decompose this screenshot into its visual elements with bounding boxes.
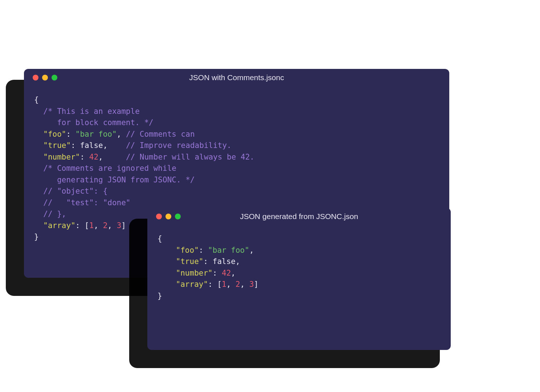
code-token: /* This is an example <box>43 107 140 116</box>
code-token: 42 <box>222 269 231 277</box>
code-token: "number" <box>176 269 213 277</box>
editor-window-json: JSON generated from JSONC.json { "foo": … <box>147 208 451 350</box>
code-token: // "test": "done" <box>43 198 130 207</box>
titlebar: JSON with Comments.jsonc <box>24 69 449 86</box>
minimize-icon[interactable] <box>165 214 171 219</box>
code-token: false <box>213 257 236 266</box>
window-title: JSON generated from JSONC.json <box>147 212 451 221</box>
traffic-lights <box>33 75 57 81</box>
code-token <box>34 210 43 218</box>
code-line: generating JSON from JSONC. */ <box>34 174 439 186</box>
window-title: JSON with Comments.jsonc <box>24 73 449 82</box>
code-token: "foo" <box>43 130 66 139</box>
code-token: , <box>117 130 126 139</box>
code-token: 3 <box>117 221 122 230</box>
code-token: , <box>103 141 126 150</box>
code-token: , <box>94 221 103 230</box>
code-token: // Number will always be 42. <box>126 153 254 161</box>
code-token: ] <box>254 280 259 289</box>
code-token: : <box>199 246 208 255</box>
code-token: , <box>231 269 236 277</box>
code-token: } <box>158 292 162 300</box>
code-token: 1 <box>222 280 226 289</box>
code-line: { <box>34 94 439 106</box>
code-token: , <box>236 257 240 266</box>
code-token: "number" <box>43 153 80 161</box>
code-token <box>34 176 57 184</box>
code-token: /* Comments are ignored while <box>43 164 176 173</box>
code-token: // Comments can <box>126 130 195 139</box>
code-line: /* Comments are ignored while <box>34 163 439 174</box>
code-token: : <box>66 130 75 139</box>
code-token: : <box>213 269 222 277</box>
code-token: : <box>203 257 212 266</box>
code-token <box>158 280 176 289</box>
code-token: : <box>71 141 80 150</box>
code-token: , <box>98 153 126 161</box>
code-token <box>34 221 43 230</box>
code-line: "number": 42, <box>158 268 441 279</box>
code-token: // "object": { <box>43 187 107 195</box>
code-token: { <box>34 95 39 104</box>
code-line: // "test": "done" <box>34 197 439 209</box>
code-token: , <box>226 280 236 289</box>
code-token <box>158 257 176 266</box>
code-line: /* This is an example <box>34 106 439 117</box>
code-token: "array" <box>176 280 208 289</box>
code-token: for block comment. */ <box>57 118 154 127</box>
code-token: { <box>158 234 162 243</box>
code-token: "foo" <box>176 246 199 255</box>
code-token: ] <box>121 221 126 230</box>
zoom-icon[interactable] <box>52 75 57 81</box>
code-token <box>158 246 176 255</box>
code-token: "true" <box>176 257 204 266</box>
titlebar: JSON generated from JSONC.json <box>147 208 451 225</box>
code-token: , <box>249 246 254 255</box>
code-token: 42 <box>89 153 98 161</box>
code-token: 3 <box>249 280 254 289</box>
code-line: for block comment. */ <box>34 117 439 129</box>
close-icon[interactable] <box>156 214 162 219</box>
code-token <box>34 118 57 127</box>
code-token <box>34 141 43 150</box>
code-token <box>34 130 43 139</box>
code-token <box>34 198 43 207</box>
code-line: "foo": "bar foo", // Comments can <box>34 129 439 140</box>
code-token: "bar foo" <box>208 246 249 255</box>
code-line: } <box>158 290 441 302</box>
code-token: , <box>107 221 116 230</box>
code-line: { <box>158 233 441 245</box>
code-line: "true": false, <box>158 256 441 268</box>
code-token: false <box>80 141 103 150</box>
code-token: generating JSON from JSONC. */ <box>57 176 195 184</box>
code-token <box>34 187 43 195</box>
code-token <box>34 107 43 116</box>
code-line: // "object": { <box>34 186 439 197</box>
code-token: : [ <box>208 280 222 289</box>
code-token <box>34 153 43 161</box>
code-line: "foo": "bar foo", <box>158 245 441 256</box>
code-token <box>158 269 176 277</box>
code-block: { "foo": "bar foo", "true": false, "numb… <box>147 225 451 312</box>
code-token: , <box>240 280 249 289</box>
code-token: "true" <box>43 141 71 150</box>
code-line: "array": [1, 2, 3] <box>158 279 441 290</box>
code-token: "bar foo" <box>75 130 117 139</box>
code-token: "array" <box>43 221 75 230</box>
code-token: : <box>80 153 89 161</box>
code-line: "true": false, // Improve readability. <box>34 140 439 152</box>
code-line: "number": 42, // Number will always be 4… <box>34 152 439 163</box>
code-token: 2 <box>236 280 240 289</box>
code-token: // Improve readability. <box>126 141 232 150</box>
code-token: // }, <box>43 210 66 218</box>
zoom-icon[interactable] <box>175 214 181 219</box>
code-token: : [ <box>75 221 89 230</box>
minimize-icon[interactable] <box>42 75 48 81</box>
code-token <box>34 164 43 173</box>
code-token: 1 <box>89 221 94 230</box>
close-icon[interactable] <box>33 75 38 81</box>
traffic-lights <box>156 214 181 219</box>
code-token: 2 <box>103 221 108 230</box>
code-token: } <box>34 232 39 241</box>
